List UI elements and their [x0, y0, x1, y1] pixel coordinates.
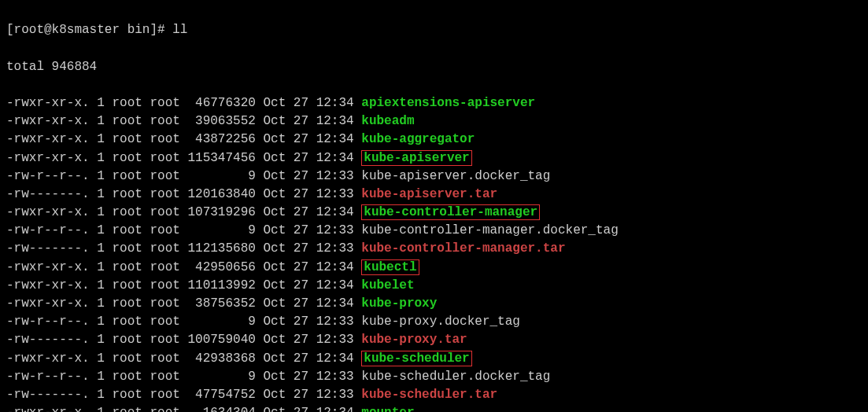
file-row: -rw-r--r--. 1 root root 9 Oct 27 12:33 k… [6, 368, 862, 386]
file-name: mounter [361, 406, 414, 412]
file-row: -rwxr-xr-x. 1 root root 46776320 Oct 27 … [6, 94, 862, 112]
file-row: -rwxr-xr-x. 1 root root 110113992 Oct 27… [6, 277, 862, 295]
file-row: -rwxr-xr-x. 1 root root 39063552 Oct 27 … [6, 112, 862, 131]
cmd-ll: ll [172, 23, 187, 37]
file-meta: -rw-r--r--. 1 root root 9 Oct 27 12:33 [6, 315, 361, 329]
file-row: -rw-------. 1 root root 120163840 Oct 27… [6, 186, 862, 204]
file-row: -rwxr-xr-x. 1 root root 115347456 Oct 27… [6, 149, 862, 167]
file-meta: -rw-r--r--. 1 root root 9 Oct 27 12:33 [6, 370, 361, 384]
file-meta: -rwxr-xr-x. 1 root root 38756352 Oct 27 … [6, 296, 361, 311]
file-name: kube-proxy.docker_tag [361, 315, 520, 329]
file-row: -rw-r--r--. 1 root root 9 Oct 27 12:33 k… [6, 222, 862, 240]
file-meta: -rw-------. 1 root root 120163840 Oct 27… [6, 187, 361, 201]
terminal-window[interactable]: [root@k8smaster bin]# ll total 946884 -r… [0, 0, 868, 412]
file-name: kube-scheduler.docker_tag [361, 370, 550, 384]
file-meta: -rwxr-xr-x. 1 root root 39063552 Oct 27 … [6, 114, 361, 128]
file-row: -rwxr-xr-x. 1 root root 38756352 Oct 27 … [6, 295, 862, 313]
file-name: apiextensions-apiserver [361, 96, 535, 110]
file-row: -rw-------. 1 root root 100759040 Oct 27… [6, 331, 862, 349]
file-row: -rwxr-xr-x. 1 root root 43872256 Oct 27 … [6, 131, 862, 149]
file-name: kubectl [361, 259, 419, 275]
file-meta: -rwxr-xr-x. 1 root root 1634304 Oct 27 1… [6, 406, 361, 412]
file-name: kube-apiserver.tar [361, 187, 497, 201]
file-row: -rw-r--r--. 1 root root 9 Oct 27 12:33 k… [6, 313, 862, 331]
file-name: kube-controller-manager [361, 204, 540, 220]
file-name: kube-apiserver [361, 150, 471, 166]
file-name: kube-controller-manager.tar [361, 241, 565, 256]
file-name: kube-scheduler [361, 351, 471, 366]
file-name: kube-apiserver.docker_tag [361, 169, 550, 183]
file-name: kubeadm [361, 114, 414, 128]
file-meta: -rwxr-xr-x. 1 root root 42950656 Oct 27 … [6, 260, 361, 274]
file-row: -rw-------. 1 root root 47754752 Oct 27 … [6, 386, 862, 404]
file-row: -rw-------. 1 root root 112135680 Oct 27… [6, 240, 862, 258]
file-meta: -rwxr-xr-x. 1 root root 43872256 Oct 27 … [6, 132, 361, 146]
file-name: kube-aggregator [361, 132, 475, 146]
prompt-1: [root@k8smaster bin]# [6, 23, 172, 37]
file-row: -rwxr-xr-x. 1 root root 1634304 Oct 27 1… [6, 404, 862, 412]
file-meta: -rwxr-xr-x. 1 root root 46776320 Oct 27 … [6, 96, 361, 110]
file-name: kube-proxy [361, 296, 437, 311]
file-meta: -rwxr-xr-x. 1 root root 115347456 Oct 27… [6, 151, 361, 165]
file-name: kube-controller-manager.docker_tag [361, 223, 618, 237]
file-meta: -rw-r--r--. 1 root root 9 Oct 27 12:33 [6, 169, 361, 183]
file-row: -rwxr-xr-x. 1 root root 42938368 Oct 27 … [6, 350, 862, 368]
file-row: -rwxr-xr-x. 1 root root 42950656 Oct 27 … [6, 259, 862, 277]
file-meta: -rwxr-xr-x. 1 root root 42938368 Oct 27 … [6, 351, 361, 366]
file-meta: -rwxr-xr-x. 1 root root 110113992 Oct 27… [6, 278, 361, 292]
file-name: kube-scheduler.tar [361, 388, 497, 402]
file-meta: -rw-------. 1 root root 47754752 Oct 27 … [6, 388, 361, 402]
file-meta: -rw-------. 1 root root 100759040 Oct 27… [6, 333, 361, 347]
file-name: kubelet [361, 278, 414, 292]
prompt-line-1: [root@k8smaster bin]# ll [6, 21, 862, 39]
file-meta: -rw-------. 1 root root 112135680 Oct 27… [6, 241, 361, 256]
file-row: -rwxr-xr-x. 1 root root 107319296 Oct 27… [6, 204, 862, 222]
file-name: kube-proxy.tar [361, 333, 467, 347]
file-meta: -rwxr-xr-x. 1 root root 107319296 Oct 27… [6, 205, 361, 219]
total-line: total 946884 [6, 58, 862, 76]
file-meta: -rw-r--r--. 1 root root 9 Oct 27 12:33 [6, 223, 361, 237]
file-row: -rw-r--r--. 1 root root 9 Oct 27 12:33 k… [6, 167, 862, 186]
